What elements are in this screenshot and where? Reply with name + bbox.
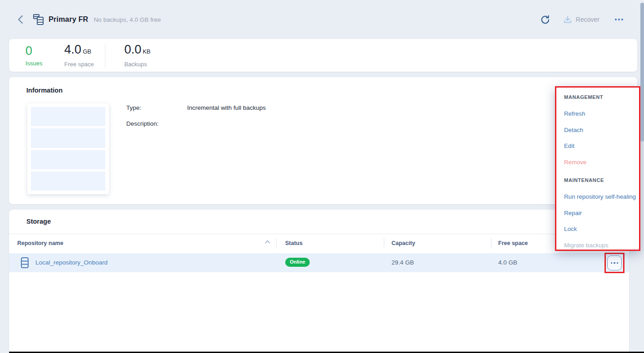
column-status[interactable]: Status xyxy=(285,240,302,246)
chevron-left-icon xyxy=(18,15,23,24)
menu-item-lock[interactable]: Lock xyxy=(564,226,577,233)
menu-item-remove[interactable]: Remove xyxy=(564,159,587,166)
scrollbar-thumb[interactable] xyxy=(640,3,644,142)
refresh-icon xyxy=(540,15,550,25)
column-divider xyxy=(491,238,491,248)
type-label: Type: xyxy=(126,104,187,111)
row-actions-menu: MANAGEMENT Refresh Detach Edit Remove MA… xyxy=(555,86,640,251)
menu-section-maintenance: MAINTENANCE xyxy=(564,176,604,184)
issues-label: Issues xyxy=(25,60,43,67)
free-space-label: Free space xyxy=(64,61,94,68)
menu-item-repair[interactable]: Repair xyxy=(564,210,582,217)
repository-details-page: Primary FR No backups, 4.0 GB free Recov… xyxy=(0,0,644,353)
column-divider xyxy=(276,238,277,248)
menu-section-management: MANAGEMENT xyxy=(564,93,603,101)
row-actions-button[interactable] xyxy=(607,255,622,270)
menu-item-detach[interactable]: Detach xyxy=(564,127,583,134)
more-actions-button[interactable] xyxy=(614,16,624,23)
column-capacity[interactable]: Capacity xyxy=(391,240,415,246)
menu-item-refresh[interactable]: Refresh xyxy=(564,110,585,118)
back-button[interactable] xyxy=(15,15,25,25)
column-repository-name[interactable]: Repository name xyxy=(17,240,63,246)
table-header: Repository name Status Capacity Free spa… xyxy=(9,234,629,253)
backups-label: Backups xyxy=(124,61,151,68)
status-badge: Online xyxy=(285,258,310,267)
backups-unit: KB xyxy=(143,48,150,55)
storage-panel: Storage Repository name Status Capacity … xyxy=(9,210,629,352)
table-row[interactable]: Local_repository_Onboard Online 29.4 GB … xyxy=(9,253,629,272)
repository-icon xyxy=(33,14,44,25)
menu-item-migrate-backups[interactable]: Migrate backups xyxy=(564,242,609,249)
sort-ascending-icon xyxy=(265,240,270,244)
info-fields: Type: Incremental with full backups Desc… xyxy=(126,104,266,136)
download-icon xyxy=(563,15,572,24)
free-space-metric: 4.0GB Free space xyxy=(64,43,94,68)
page-subtitle: No backups, 4.0 GB free xyxy=(94,16,161,23)
summary-card: 0 Issues 4.0GB Free space 0.0KB Backups xyxy=(9,39,637,72)
topbar: Primary FR No backups, 4.0 GB free Recov… xyxy=(0,0,644,39)
menu-item-run-self-healing[interactable]: Run repository self-healing xyxy=(564,193,636,201)
type-value: Incremental with full backups xyxy=(187,104,266,111)
backups-metric: 0.0KB Backups xyxy=(124,43,151,68)
recover-label: Recover xyxy=(576,16,599,23)
free-space-value: 4.0 GB xyxy=(498,259,517,266)
info-row-type: Type: Incremental with full backups xyxy=(126,104,266,111)
capacity-value: 29.4 GB xyxy=(391,259,414,266)
stats-divider xyxy=(105,43,105,68)
menu-item-edit[interactable]: Edit xyxy=(564,142,575,150)
information-title: Information xyxy=(26,87,63,94)
information-panel: Information Type: Incremental with full … xyxy=(9,77,637,204)
free-space-value: 4.0 xyxy=(64,43,82,56)
page-title: Primary FR xyxy=(49,15,88,24)
backups-value: 0.0 xyxy=(124,43,142,56)
ellipsis-icon xyxy=(615,19,617,20)
issues-metric: 0 Issues xyxy=(25,44,43,67)
recover-button[interactable]: Recover xyxy=(563,15,599,24)
storage-title: Storage xyxy=(26,218,51,225)
refresh-button[interactable] xyxy=(540,14,551,25)
column-divider xyxy=(384,238,384,248)
ellipsis-icon xyxy=(611,262,613,264)
free-space-unit: GB xyxy=(83,48,91,55)
repository-name-link[interactable]: Local_repository_Onboard xyxy=(35,259,108,266)
repository-row-icon xyxy=(20,257,30,269)
column-free-space[interactable]: Free space xyxy=(498,240,528,246)
issues-value: 0 xyxy=(25,44,43,57)
repository-illustration xyxy=(27,103,109,194)
info-row-description: Description: xyxy=(126,120,266,127)
description-label: Description: xyxy=(126,120,187,127)
